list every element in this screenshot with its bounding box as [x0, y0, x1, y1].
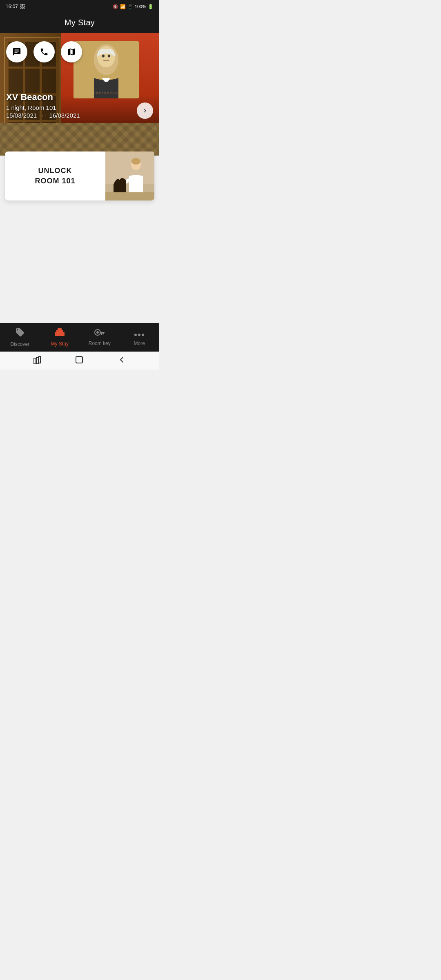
- svg-rect-26: [76, 356, 82, 363]
- discover-icon: [15, 327, 25, 340]
- more-label: More: [134, 341, 145, 346]
- more-icon: [134, 328, 144, 339]
- nav-item-mystay[interactable]: My Stay: [40, 325, 80, 350]
- time-display: 16:07: [6, 4, 18, 9]
- svg-rect-10: [105, 192, 154, 200]
- nav-item-more[interactable]: More: [120, 325, 160, 350]
- svg-point-20: [134, 334, 137, 336]
- system-nav-bar: [0, 352, 159, 370]
- unlock-title: UNLOCK ROOM 101: [35, 166, 75, 186]
- mystay-icon: [54, 328, 65, 339]
- svg-rect-19: [101, 333, 102, 335]
- svg-rect-23: [34, 358, 36, 364]
- date-from: 15/03/2021: [6, 112, 37, 119]
- status-left: 16:07 🖼: [6, 4, 25, 9]
- hotel-name: XV Beacon: [6, 92, 80, 102]
- svg-rect-25: [39, 356, 40, 363]
- svg-rect-14: [58, 333, 61, 336]
- hero-next-button[interactable]: [137, 102, 153, 119]
- status-right: 🔇 📶 📱 100% 🔋: [113, 4, 154, 9]
- svg-text:JEFFERSON: JEFFERSON: [94, 92, 118, 95]
- cabinet-pane: [24, 68, 40, 94]
- cabinet-pane: [8, 68, 23, 94]
- svg-rect-24: [36, 357, 38, 364]
- roomkey-icon: [94, 328, 105, 339]
- svg-rect-17: [100, 332, 105, 333]
- nav-item-roomkey[interactable]: Room key: [80, 325, 120, 350]
- discover-label: Discover: [10, 341, 29, 347]
- page-title: My Stay: [65, 18, 95, 27]
- floor-pattern: [0, 123, 159, 156]
- back-button[interactable]: [117, 355, 126, 366]
- top-bar: My Stay: [0, 13, 159, 33]
- bottom-navigation: Discover My Stay Room key: [0, 323, 159, 352]
- unlock-card[interactable]: UNLOCK ROOM 101: [5, 151, 154, 200]
- home-button[interactable]: [75, 355, 84, 366]
- date-to: 16/03/2021: [49, 112, 80, 119]
- mystay-label: My Stay: [51, 341, 69, 347]
- nav-item-discover[interactable]: Discover: [0, 324, 40, 350]
- hero-action-buttons: [6, 41, 82, 62]
- hero-text-overlay: XV Beacon 1 night, Room 101 15/03/2021 ·…: [6, 92, 80, 119]
- svg-point-16: [96, 331, 99, 334]
- roomkey-label: Room key: [89, 341, 111, 346]
- svg-point-3: [102, 55, 105, 58]
- mute-icon: 🔇: [113, 4, 118, 9]
- content-area: [0, 200, 159, 323]
- phone-button[interactable]: [33, 41, 55, 62]
- svg-point-4: [108, 55, 110, 58]
- photo-icon: 🖼: [20, 4, 25, 9]
- svg-point-22: [142, 334, 144, 336]
- wifi-icon: 📶: [120, 4, 126, 9]
- svg-point-9: [131, 158, 140, 165]
- chat-button[interactable]: [6, 41, 27, 62]
- battery-icon: 🔋: [148, 4, 154, 9]
- svg-rect-13: [58, 328, 62, 331]
- stay-info: 1 night, Room 101: [6, 104, 80, 111]
- stay-dates: 15/03/2021 ··· 16/03/2021: [6, 112, 80, 119]
- battery-display: 100%: [135, 4, 146, 9]
- dates-separator: ···: [39, 112, 47, 119]
- unlock-image: [105, 151, 154, 200]
- hero-floor: [0, 123, 159, 156]
- recent-apps-button[interactable]: [33, 356, 41, 366]
- unlock-text-area: UNLOCK ROOM 101: [5, 166, 105, 186]
- svg-point-2: [97, 46, 115, 67]
- svg-point-21: [138, 334, 140, 336]
- hero-section: JEFFERSON XV Beacon 1 night, Room 1: [0, 33, 159, 156]
- hero-portrait: JEFFERSON: [74, 41, 139, 98]
- status-bar: 16:07 🖼 🔇 📶 📱 100% 🔋: [0, 0, 159, 13]
- map-button[interactable]: [61, 41, 82, 62]
- cabinet-pane: [41, 68, 56, 94]
- svg-rect-18: [102, 333, 104, 334]
- signal-icon: 📱: [127, 4, 133, 9]
